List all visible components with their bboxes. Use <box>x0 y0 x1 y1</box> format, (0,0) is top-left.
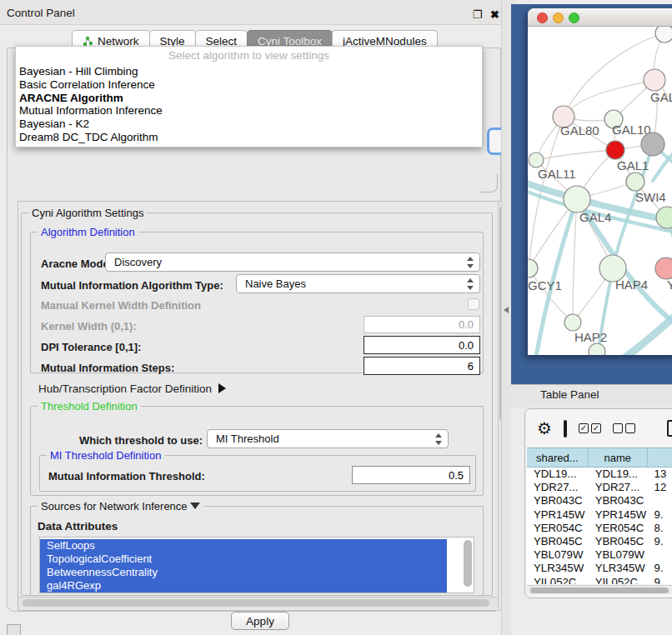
network-node-gal1[interactable] <box>626 172 644 191</box>
network-node[interactable] <box>589 343 605 355</box>
horizontal-scrollbar-thumb[interactable] <box>23 599 489 607</box>
table-row[interactable]: YER054CYER054C8. <box>527 522 672 535</box>
attribute-item[interactable]: SelfLoops <box>40 539 447 552</box>
network-node-gal[interactable] <box>644 69 665 91</box>
document-icon[interactable] <box>667 420 672 437</box>
node-label: GAL80 <box>560 123 599 138</box>
table-cell: 13 <box>648 468 672 481</box>
network-graph-canvas[interactable]: GALGAL80GAL10GAL11GAL1SWI4GAL4GCY1HAP4YH… <box>528 27 672 355</box>
table-row[interactable]: YDR27...YDR27...12 <box>527 481 672 494</box>
kernel-width-field[interactable]: 0.0 <box>364 316 480 333</box>
expanded-arrow-icon[interactable] <box>190 502 200 509</box>
close-traffic-light-icon[interactable] <box>537 12 548 23</box>
split-columns-icon[interactable] <box>564 420 567 438</box>
which-threshold-select[interactable]: MI Threshold <box>207 429 449 448</box>
control-panel-titlebar: Control Panel ❐ ✖ <box>0 0 517 25</box>
table-cell: YDL19... <box>589 468 648 481</box>
data-attributes-list[interactable]: SelfLoopsTopologicalCoefficientBetweenne… <box>39 537 474 593</box>
table-panel-box: ⚙ ✓✓ shared...name YDL19...YDL19...13YDR… <box>524 408 672 598</box>
table-row[interactable]: YDL19...YDL19...13 <box>527 468 672 481</box>
node-label: GAL11 <box>538 167 576 181</box>
network-window-titlebar[interactable] <box>528 8 672 27</box>
table-row[interactable]: YIL052CYIL052C9. <box>527 576 672 585</box>
attribute-item[interactable]: BetweennessCentrality <box>40 566 447 579</box>
dropdown-item[interactable]: Bayesian - Hill Climbing <box>16 65 482 78</box>
network-node[interactable] <box>655 27 672 42</box>
dropdown-item[interactable]: Bayesian - K2 <box>16 118 482 131</box>
hub-definition-toggle[interactable]: Hub/Transcription Factor Definition <box>38 382 226 395</box>
sources-group-title[interactable]: Sources for Network Inference <box>38 500 203 512</box>
table-row[interactable]: YPR145WYPR145W9. <box>527 508 672 522</box>
dropdown-item[interactable]: Dream8 DC_TDC Algorithm <box>16 131 482 144</box>
gear-icon[interactable]: ⚙ <box>537 420 552 437</box>
table-row[interactable]: YBR043CYBR043C <box>527 494 672 508</box>
network-node-swi4[interactable] <box>656 207 672 228</box>
table-cell: YER054C <box>589 522 648 535</box>
table-cell: YIL052C <box>527 576 589 585</box>
mi-type-select[interactable]: Naive Bayes <box>236 274 480 293</box>
network-edge[interactable] <box>536 150 615 160</box>
table-cell: 8. <box>648 522 672 535</box>
float-window-icon[interactable]: ❐ <box>472 9 483 20</box>
list-scrollbar[interactable] <box>464 540 472 587</box>
table-cell: YER054C <box>527 522 589 535</box>
dropdown-item[interactable]: Mutual Information Inference <box>16 104 482 118</box>
table-row[interactable]: YLR345WYLR345W9. <box>527 562 672 575</box>
control-panel-title: Control Panel <box>7 7 75 19</box>
network-node[interactable] <box>641 132 664 156</box>
network-node-gal11[interactable] <box>529 152 544 168</box>
network-node[interactable] <box>606 141 624 159</box>
network-edge[interactable] <box>573 199 577 322</box>
threshold-definition-title: Threshold Definition <box>38 400 141 412</box>
stepper-arrows-icon <box>435 433 443 445</box>
network-view-window[interactable]: GALGAL80GAL10GAL11GAL1SWI4GAL4GCY1HAP4YH… <box>528 8 672 355</box>
table-row[interactable]: YBR045CYBR045C9. <box>527 535 672 548</box>
network-edge-thick[interactable] <box>536 199 577 355</box>
close-icon[interactable]: ✖ <box>489 9 500 20</box>
table-body: YDL19...YDL19...13YDR27...YDR27...12YBR0… <box>527 468 672 584</box>
network-node-gal4[interactable] <box>564 186 590 212</box>
network-node-hap2[interactable] <box>564 314 581 331</box>
mi-threshold-field[interactable]: 0.5 <box>352 466 470 484</box>
dpi-tolerance-field[interactable]: 0.0 <box>364 336 480 354</box>
splitter-collapse-handle[interactable] <box>504 307 509 313</box>
threshold-definition-group: Threshold Definition Which threshold to … <box>30 406 484 496</box>
table-cell: 12 <box>648 481 672 494</box>
stepper-arrows-icon <box>467 278 474 290</box>
attribute-item[interactable]: gal4RGexp <box>40 579 447 592</box>
network-edge-thick[interactable] <box>598 144 653 355</box>
zoom-traffic-light-icon[interactable] <box>569 12 579 23</box>
select-all-checkboxes-icon[interactable]: ✓✓ <box>579 423 601 433</box>
which-threshold-value: MI Threshold <box>216 432 279 445</box>
dropdown-item[interactable]: ARACNE Algorithm <box>16 92 482 105</box>
table-cell: YIL052C <box>589 576 648 585</box>
mi-steps-field[interactable]: 6 <box>364 357 480 375</box>
minimize-traffic-light-icon[interactable] <box>553 12 564 23</box>
mi-type-label: Mutual Information Algorithm Type: <box>41 279 223 292</box>
column-header-cut[interactable] <box>648 448 672 467</box>
stepper-arrows-icon <box>467 257 474 268</box>
collapsed-arrow-icon[interactable] <box>218 383 226 393</box>
manual-kernel-checkbox[interactable] <box>468 298 479 310</box>
kernel-width-label: Kernel Width (0,1): <box>41 320 137 332</box>
table-cell: YPR145W <box>589 508 648 522</box>
mi-threshold-group-title: MI Threshold Definition <box>47 449 164 462</box>
mi-threshold-label: Mutual Information Threshold: <box>48 470 205 482</box>
attribute-item[interactable]: TopologicalCoefficient <box>40 552 447 566</box>
aracne-mode-select[interactable]: Discovery <box>105 252 480 272</box>
minimized-panel-icon[interactable] <box>7 624 21 635</box>
table-hscrollbar-thumb[interactable] <box>530 588 669 593</box>
table-hscrollbar-track[interactable] <box>527 585 672 594</box>
table-cell: YBL079W <box>527 548 589 562</box>
table-cell: YBL079W <box>589 548 648 562</box>
table-cell: 9. <box>648 576 672 585</box>
network-node-gcy1[interactable] <box>528 259 538 278</box>
table-row[interactable]: YBL079WYBL079W <box>527 548 672 562</box>
panel-splitter[interactable] <box>501 0 511 635</box>
column-header-name[interactable]: name <box>589 448 648 467</box>
apply-button[interactable]: Apply <box>231 612 289 630</box>
column-header-shared...[interactable]: shared... <box>527 448 589 467</box>
dropdown-item[interactable]: Basic Correlation Inference <box>16 78 482 92</box>
network-node-y[interactable] <box>655 258 672 279</box>
deselect-all-checkboxes-icon[interactable] <box>613 423 635 433</box>
